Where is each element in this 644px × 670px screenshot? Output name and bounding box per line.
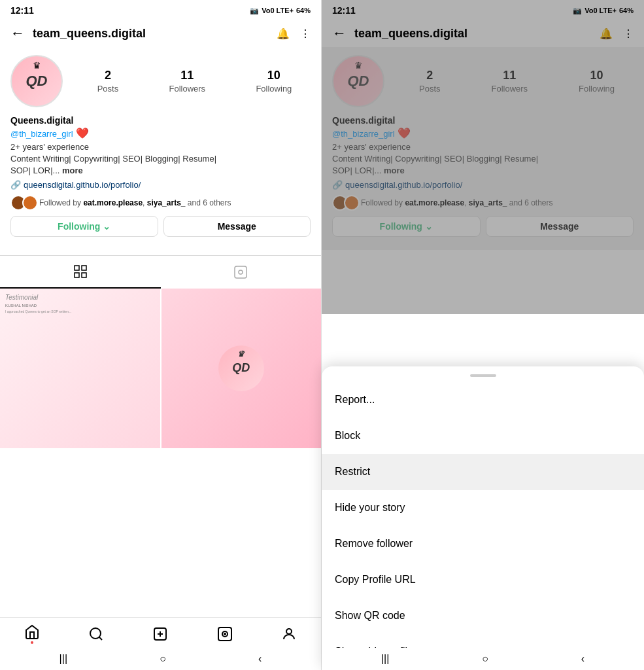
left-gesture-bar: ||| ○ ‹ <box>0 648 321 670</box>
left-followers-label: Followers <box>169 84 205 94</box>
svg-rect-3 <box>82 273 86 277</box>
left-heart-emoji: ❤️ <box>76 128 89 139</box>
left-post-1-content: Testimonial KUSHAL NISHAD I approached Q… <box>0 289 160 449</box>
right-sheet-remove-follower-label: Remove follower <box>335 538 413 549</box>
right-sheet-copy-url[interactable]: Copy Profile URL <box>322 562 644 598</box>
left-followed-by-label: Followed by <box>39 198 83 207</box>
right-sheet-restrict-label: Restrict <box>335 466 370 477</box>
left-followers-more: and 6 others <box>188 198 231 207</box>
left-posts-count: 2 <box>97 69 119 82</box>
left-following-button[interactable]: Following ⌄ <box>10 216 158 237</box>
svg-line-7 <box>99 637 102 640</box>
left-avatar-text: QD <box>26 73 48 90</box>
svg-rect-0 <box>75 266 79 270</box>
left-stat-followers[interactable]: 11 Followers <box>169 69 205 94</box>
left-tab-tag[interactable] <box>161 256 322 289</box>
left-post-grid: Testimonial KUSHAL NISHAD I approached Q… <box>0 289 321 617</box>
left-phone-panel: 12:11 📷 Vo0 LTE+ 64% ← team_queens.digit… <box>0 0 322 670</box>
left-post-2[interactable]: ♛ QD <box>161 289 322 449</box>
left-post-1[interactable]: Testimonial KUSHAL NISHAD I approached Q… <box>0 289 160 449</box>
right-sheet-report-label: Report... <box>335 394 375 405</box>
left-handle-text[interactable]: @th_bizarre_girl <box>10 129 73 139</box>
right-gesture-bar: ||| ○ ‹ <box>322 648 644 670</box>
svg-point-14 <box>286 629 292 634</box>
left-status-right: 📷 Vo0 LTE+ 64% <box>250 7 311 15</box>
left-message-button[interactable]: Message <box>163 216 311 237</box>
left-profile-section: ♛ QD 2 Posts 11 Followers 10 Following Q <box>0 47 321 250</box>
right-sheet-qr-label: Show QR code <box>335 610 405 621</box>
left-follower-2: siya_arts_ <box>147 198 186 207</box>
svg-point-13 <box>224 633 226 635</box>
left-followed-avatars <box>10 195 34 211</box>
left-stats: 2 Posts 11 Followers 10 Following <box>78 69 311 94</box>
left-home-button[interactable] <box>24 624 40 644</box>
right-sheet-restrict[interactable]: Restrict <box>322 454 644 490</box>
right-sheet-copy-url-label: Copy Profile URL <box>335 574 416 585</box>
left-crown-icon: ♛ <box>33 60 41 71</box>
left-profile-button[interactable] <box>281 626 297 642</box>
left-time: 12:11 <box>10 5 34 16</box>
svg-rect-1 <box>82 266 86 270</box>
left-nav-icons: 🔔 ⋮ <box>277 27 311 40</box>
left-action-buttons: Following ⌄ Message <box>10 216 311 237</box>
left-posts-label: Posts <box>97 84 119 94</box>
svg-rect-2 <box>75 273 79 277</box>
left-gesture-back: ‹ <box>258 653 262 665</box>
right-sheet-remove-follower[interactable]: Remove follower <box>322 526 644 562</box>
left-profile-top: ♛ QD 2 Posts 11 Followers 10 Following <box>10 55 311 107</box>
left-signal: Vo0 LTE+ <box>262 7 294 14</box>
left-bio-name: Queens.digital <box>10 115 311 126</box>
left-page-title: team_queens.digital <box>33 27 277 41</box>
left-bottom-nav <box>0 617 321 648</box>
left-bio-text: 2+ years' experience Content Writing| Co… <box>10 141 311 177</box>
left-gesture-menu: ||| <box>59 653 67 665</box>
right-sheet-handle <box>470 374 496 377</box>
left-battery: 64% <box>296 7 311 14</box>
left-post-crown: ♛ <box>237 349 245 359</box>
right-sheet-block-label: Block <box>335 430 360 441</box>
right-phone-panel: 12:11 📷 Vo0 LTE+ 64% ← team_queens.digit… <box>322 0 644 670</box>
svg-point-5 <box>239 270 243 274</box>
left-post-qd-text: QD <box>232 361 250 375</box>
left-follower-1: eat.more.please <box>83 198 143 207</box>
left-followed-text: Followed by eat.more.please, siya_arts_ … <box>39 198 231 207</box>
left-following-count: 10 <box>256 69 292 82</box>
left-testimonial-title: Testimonial <box>5 294 155 301</box>
left-followed-by: Followed by eat.more.please, siya_arts_ … <box>10 195 311 211</box>
left-bio-link[interactable]: 🔗 queensdigital.github.io/porfolio/ <box>10 180 311 190</box>
right-dim-overlay <box>322 0 644 314</box>
left-following-label: Following <box>58 221 100 232</box>
left-tab-bar <box>0 255 321 289</box>
left-status-bar: 12:11 📷 Vo0 LTE+ 64% <box>0 0 321 20</box>
right-sheet-hide-story[interactable]: Hide your story <box>322 490 644 526</box>
right-bottom-sheet: Report... Block Restrict Hide your story… <box>322 366 644 670</box>
left-bell-icon[interactable]: 🔔 <box>277 27 290 40</box>
left-following-chevron: ⌄ <box>103 221 110 232</box>
svg-rect-4 <box>235 266 246 278</box>
left-home-dot <box>31 641 33 644</box>
left-stat-following[interactable]: 10 Following <box>256 69 292 94</box>
left-bio-handle: @th_bizarre_girl ❤️ <box>10 127 311 139</box>
left-follower-avatar-2 <box>22 195 38 211</box>
left-search-button[interactable] <box>88 626 104 642</box>
left-link-icon: 🔗 <box>10 180 21 190</box>
left-stat-posts: 2 Posts <box>97 69 119 94</box>
right-sheet-hide-story-label: Hide your story <box>335 502 405 513</box>
right-sheet-qr[interactable]: Show QR code <box>322 598 644 634</box>
left-add-button[interactable] <box>152 626 168 642</box>
left-camera-icon: 📷 <box>250 7 259 15</box>
left-more-icon[interactable]: ⋮ <box>300 27 311 40</box>
left-tab-grid[interactable] <box>0 256 161 289</box>
right-gesture-menu: ||| <box>381 653 389 665</box>
left-avatar: ♛ QD <box>10 55 63 107</box>
left-followers-count: 11 <box>169 69 205 82</box>
left-testimonial-text: I approached Queens to get an SOP writte… <box>5 309 155 314</box>
left-reel-button[interactable] <box>217 626 233 642</box>
left-link-text[interactable]: queensdigital.github.io/porfolio/ <box>24 180 141 190</box>
right-gesture-back: ‹ <box>581 653 585 665</box>
right-sheet-report[interactable]: Report... <box>322 382 644 418</box>
left-testimonial-name: KUSHAL NISHAD <box>5 304 155 309</box>
left-back-button[interactable]: ← <box>10 25 25 42</box>
right-sheet-block[interactable]: Block <box>322 418 644 454</box>
left-bio: Queens.digital @th_bizarre_girl ❤️ 2+ ye… <box>10 115 311 190</box>
